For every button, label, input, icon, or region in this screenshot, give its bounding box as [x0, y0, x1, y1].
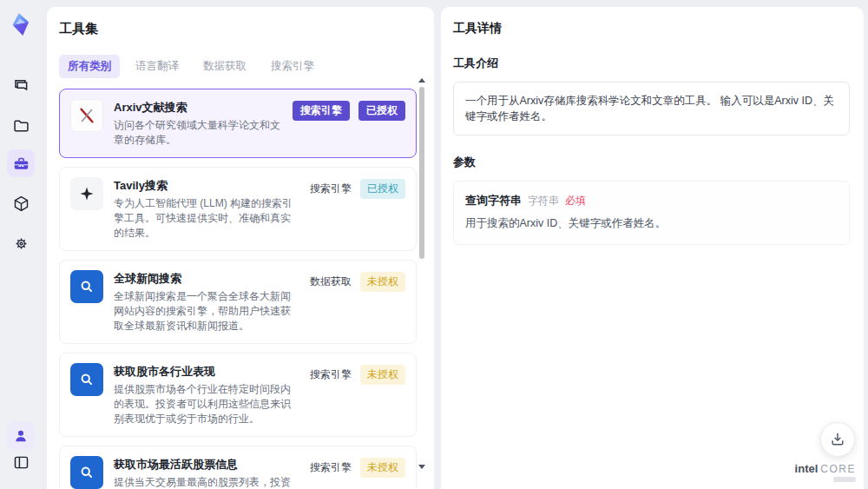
tab-language-translation[interactable]: 语言翻译: [127, 55, 187, 78]
sidebar-item-settings[interactable]: [7, 229, 35, 257]
parameter-item: 查询字符串 字符串 必填 用于搜索的Arxiv ID、关键字或作者姓名。: [453, 181, 850, 245]
detail-title: 工具详情: [453, 21, 850, 36]
tool-list: Arxiv文献搜索 访问各个研究领域大量科学论文和文章的存储库。 搜索引擎 已授…: [59, 89, 417, 489]
tool-list-panel: 工具集 所有类别 语言翻译 数据获取 搜索引擎 Arxiv文献搜索 访问各个研究…: [47, 7, 434, 489]
tool-name: 获取股市各行业表现: [114, 363, 299, 380]
sidebar-item-packages[interactable]: [7, 189, 35, 217]
tool-intro-text: 一个用于从Arxiv存储库搜索科学论文和文章的工具。 输入可以是Arxiv ID…: [453, 82, 850, 135]
tavily-icon: [70, 177, 103, 210]
param-name: 查询字符串: [465, 193, 522, 208]
tool-card-most-active-stocks[interactable]: 获取市场最活跃股票信息 提供当天交易量最高的股票列表，投资者可以利用这些信息来识…: [59, 446, 417, 489]
tool-name: 获取市场最活跃股票信息: [114, 456, 299, 472]
intel-logo-sub-mark: [833, 477, 856, 482]
download-button[interactable]: [820, 422, 855, 457]
tool-description: 访问各个研究领域大量科学论文和文章的存储库。: [114, 118, 282, 148]
category-label: 数据获取: [310, 274, 352, 289]
auth-badge: 已授权: [358, 101, 405, 121]
category-badge: 搜索引擎: [293, 101, 350, 121]
user-icon: [12, 427, 30, 445]
toolbox-icon: [12, 155, 30, 173]
auth-badge: 未授权: [360, 458, 405, 478]
app-sidebar: [0, 0, 42, 489]
news-search-icon: [70, 363, 103, 396]
tool-card-global-news-search[interactable]: 全球新闻搜索 全球新闻搜索是一个聚合全球各大新闻网站内容的搜索引擎，帮助用户快速…: [59, 260, 417, 344]
tool-description: 全球新闻搜索是一个聚合全球各大新闻网站内容的搜索引擎，帮助用户快速获取全球最新资…: [114, 289, 299, 334]
tool-description: 提供当天交易量最高的股票列表，投资者可以利用这些信息来识别流动性强的股票和潜在的…: [114, 475, 299, 489]
arxiv-icon: [70, 99, 103, 132]
scrollbar-thumb[interactable]: [419, 87, 424, 259]
tool-card-tavily[interactable]: Tavily搜索 专为人工智能代理 (LLM) 构建的搜索引擎工具。可快速提供实…: [59, 167, 417, 251]
category-tabs: 所有类别 语言翻译 数据获取 搜索引擎: [59, 55, 422, 78]
page-title: 工具集: [59, 21, 422, 37]
tool-card-arxiv[interactable]: Arxiv文献搜索 访问各个研究领域大量科学论文和文章的存储库。 搜索引擎 已授…: [59, 89, 417, 158]
tool-name: 全球新闻搜索: [114, 270, 299, 287]
params-heading: 参数: [453, 155, 850, 170]
param-type: 字符串: [528, 194, 559, 208]
core-wordmark: CORE: [820, 463, 856, 475]
tool-name: Tavily搜索: [114, 177, 299, 194]
sidebar-item-panel-toggle[interactable]: [7, 448, 35, 476]
intel-wordmark: intel: [795, 462, 819, 475]
tool-name: Arxiv文献搜索: [114, 99, 282, 116]
scrollbar-down-arrow[interactable]: [418, 465, 425, 469]
sidebar-item-chat[interactable]: [7, 71, 35, 99]
tab-search-engine[interactable]: 搜索引擎: [262, 55, 323, 78]
download-icon: [829, 431, 846, 448]
gear-icon: [12, 235, 30, 253]
logo-icon: [8, 11, 34, 37]
cube-icon: [12, 195, 30, 213]
auth-badge: 未授权: [360, 272, 405, 292]
sidebar-item-toolbox[interactable]: [7, 149, 35, 177]
tool-detail-panel: 工具详情 工具介绍 一个用于从Arxiv存储库搜索科学论文和文章的工具。 输入可…: [441, 7, 864, 489]
category-label: 搜索引擎: [310, 182, 352, 196]
tool-card-sector-performance[interactable]: 获取股市各行业表现 提供股票市场各个行业在特定时间段内的表现。投资者可以利用这些…: [59, 353, 417, 437]
category-label: 搜索引擎: [310, 367, 352, 382]
intro-heading: 工具介绍: [453, 56, 850, 71]
news-search-icon: [70, 270, 103, 303]
sidebar-item-files[interactable]: [7, 111, 35, 139]
param-required-flag: 必填: [565, 194, 586, 208]
panel-toggle-icon: [12, 453, 30, 472]
tab-data-acquisition[interactable]: 数据获取: [194, 55, 255, 78]
tool-description: 专为人工智能代理 (LLM) 构建的搜索引擎工具。可快速提供实时、准确和真实的结…: [114, 196, 299, 241]
intel-core-logo: intel CORE: [795, 462, 856, 482]
param-description: 用于搜索的Arxiv ID、关键字或作者姓名。: [465, 216, 838, 231]
folder-icon: [12, 116, 30, 135]
auth-badge: 已授权: [360, 179, 405, 199]
scrollbar-up-arrow[interactable]: [418, 78, 425, 83]
category-label: 搜索引擎: [310, 460, 352, 475]
tab-all-categories[interactable]: 所有类别: [59, 55, 120, 78]
app-logo: [7, 10, 35, 38]
news-search-icon: [70, 456, 103, 489]
chat-icon: [12, 76, 30, 95]
auth-badge: 未授权: [360, 365, 405, 385]
tool-description: 提供股票市场各个行业在特定时间段内的表现。投资者可以利用这些信息来识别表现优于或…: [114, 382, 299, 426]
sidebar-item-profile[interactable]: [7, 422, 35, 450]
